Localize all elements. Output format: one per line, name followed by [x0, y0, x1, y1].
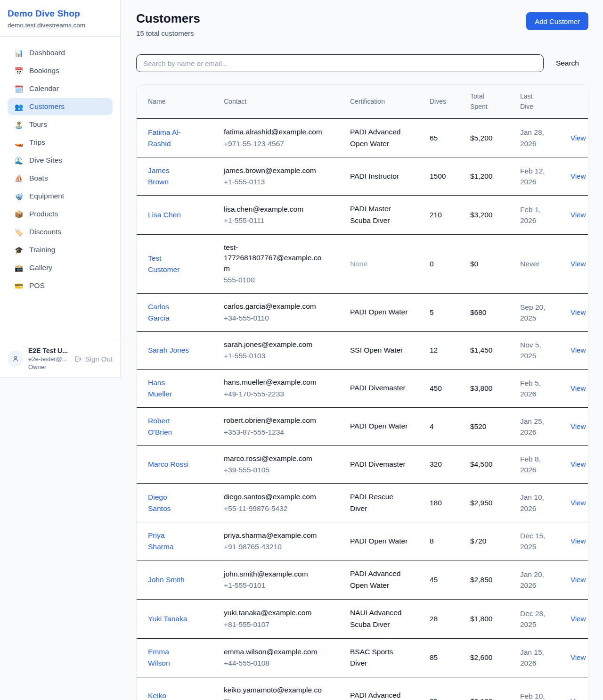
sidebar-item-bookings[interactable]: 📅 Bookings	[8, 62, 113, 79]
spiral-calendar-icon: 🗓️	[14, 85, 24, 92]
view-link[interactable]: View	[570, 260, 586, 268]
main-content: Customers 15 total customers Add Custome…	[121, 0, 603, 700]
bar-chart-icon: 📊	[14, 49, 24, 57]
customer-last-dive: Feb 10, 2026	[513, 677, 563, 700]
sign-out-button[interactable]: Sign Out	[74, 355, 113, 363]
customer-name-link[interactable]: Yuki Tanaka	[148, 613, 187, 625]
customer-name-link[interactable]: Keiko Yamamoto	[148, 690, 190, 700]
customer-last-dive: Jan 28, 2026	[513, 118, 563, 157]
view-link[interactable]: View	[570, 697, 586, 700]
view-link[interactable]: View	[570, 576, 586, 584]
customer-name-link[interactable]: Marco Rossi	[148, 459, 188, 470]
customer-total-spent: $1,800	[463, 600, 513, 639]
customer-certification: PADI Advanced Open Water	[350, 568, 410, 592]
user-email: e2e-tester@...	[28, 355, 69, 362]
customer-dives: 180	[422, 483, 463, 522]
sidebar-item-dashboard[interactable]: 📊 Dashboard	[8, 44, 113, 61]
customers-table-card: NameContactCertificationDivesTotal Spent…	[136, 84, 588, 700]
customer-email: keiko.yamamoto@example.com	[224, 685, 324, 700]
customer-email: emma.wilson@example.com	[224, 647, 324, 657]
user-role: Owner	[28, 363, 69, 371]
island-icon: 🏝️	[14, 121, 24, 128]
sidebar-item-dive-sites[interactable]: 🌊 Dive Sites	[8, 152, 113, 169]
customer-certification: PADI Rescue Diver	[350, 491, 410, 515]
view-link[interactable]: View	[570, 422, 586, 430]
customer-name-link[interactable]: Fatima Al-Rashid	[148, 127, 190, 149]
customer-certification: PADI Master Scuba Diver	[350, 203, 410, 227]
customer-name-link[interactable]: Diego Santos	[148, 492, 190, 514]
customer-last-dive: Jan 20, 2026	[513, 560, 563, 600]
customer-certification: SSI Open Water	[350, 345, 403, 356]
sidebar-item-products[interactable]: 📦 Products	[8, 206, 113, 222]
sidebar-item-boats[interactable]: ⛵ Boats	[8, 170, 113, 187]
view-link[interactable]: View	[570, 211, 586, 219]
customer-phone: +39-555-0105	[224, 465, 335, 475]
customer-last-dive: Feb 1, 2026	[513, 196, 563, 235]
customer-email: lisa.chen@example.com	[224, 204, 324, 214]
customer-certification: NAUI Advanced Scuba Diver	[350, 607, 410, 631]
customer-total-spent: $1,450	[463, 331, 513, 369]
view-link[interactable]: View	[570, 537, 586, 545]
view-link[interactable]: View	[570, 134, 586, 142]
sidebar-nav: 📊 Dashboard 📅 Bookings 🗓️ Calendar 👥 Cus…	[0, 37, 120, 340]
customer-name-link[interactable]: Emma Wilson	[148, 646, 190, 669]
customer-name-link[interactable]: Test Customer	[148, 253, 190, 275]
sidebar-item-tours[interactable]: 🏝️ Tours	[8, 116, 113, 133]
customers-table: NameContactCertificationDivesTotal Spent…	[137, 85, 588, 700]
graduation-cap-icon: 🎓	[14, 247, 24, 254]
customer-name-link[interactable]: Robert O'Brien	[148, 415, 190, 438]
customer-dives: 85	[422, 638, 463, 677]
page-header: Customers 15 total customers Add Custome…	[136, 11, 588, 37]
tag-icon: 🏷️	[14, 229, 24, 236]
view-link[interactable]: View	[570, 308, 586, 316]
column-header: Contact	[216, 85, 342, 118]
sign-out-icon	[74, 355, 82, 363]
customer-certification: PADI Open Water	[350, 535, 407, 547]
camera-icon: 📸	[14, 264, 24, 272]
customer-total-spent: $0	[463, 235, 513, 294]
search-input[interactable]	[136, 54, 544, 72]
add-customer-button[interactable]: Add Customer	[526, 12, 588, 30]
customer-name-link[interactable]: Hans Mueller	[148, 377, 190, 400]
search-button[interactable]: Search	[544, 59, 588, 67]
view-link[interactable]: View	[570, 653, 586, 661]
customer-last-dive: Dec 15, 2025	[513, 522, 563, 560]
customer-last-dive: Jan 15, 2026	[513, 638, 563, 677]
customer-total-spent: $680	[463, 293, 513, 331]
customer-certification: PADI Advanced Open Water	[350, 126, 410, 150]
customer-name-link[interactable]: John Smith	[148, 574, 185, 585]
sidebar-item-pos[interactable]: 💳 POS	[8, 277, 113, 294]
customer-name-link[interactable]: James Brown	[148, 165, 190, 188]
user-name: E2E Test U...	[28, 347, 69, 354]
customer-name-link[interactable]: Priya Sharma	[148, 530, 190, 552]
customer-email: james.brown@example.com	[224, 165, 324, 176]
sidebar-item-gallery[interactable]: 📸 Gallery	[8, 259, 113, 276]
customer-dives: 1500	[422, 157, 463, 196]
customer-dives: 210	[422, 196, 463, 235]
sidebar-item-customers[interactable]: 👥 Customers	[8, 98, 113, 115]
sidebar-item-trips[interactable]: 🚤 Trips	[8, 134, 113, 151]
customer-name-link[interactable]: Carlos Garcia	[148, 301, 190, 324]
customer-name-link[interactable]: Sarah Jones	[148, 345, 189, 356]
customer-certification: PADI Open Water	[350, 420, 407, 432]
view-link[interactable]: View	[570, 346, 586, 354]
sidebar-item-calendar[interactable]: 🗓️ Calendar	[8, 80, 113, 97]
customer-name-link[interactable]: Lisa Chen	[148, 209, 181, 221]
customer-phone: +971-55-123-4567	[224, 139, 335, 149]
sidebar-item-discounts[interactable]: 🏷️ Discounts	[8, 223, 113, 240]
customer-last-dive: Jan 10, 2026	[513, 483, 563, 522]
sailboat-icon: ⛵	[14, 175, 24, 182]
view-link[interactable]: View	[570, 499, 586, 507]
view-link[interactable]: View	[570, 172, 586, 180]
customer-phone: +34-555-0110	[224, 313, 335, 323]
customer-certification: BSAC Sports Diver	[350, 646, 410, 670]
sidebar-item-equipment[interactable]: 🤿 Equipment	[8, 188, 113, 205]
view-link[interactable]: View	[570, 460, 586, 468]
customer-dives: 450	[422, 369, 463, 407]
view-link[interactable]: View	[570, 384, 586, 392]
sidebar-item-training[interactable]: 🎓 Training	[8, 241, 113, 258]
customer-phone: +1-555-0113	[224, 177, 335, 187]
table-row: Marco Rossi marco.rossi@example.com +39-…	[137, 445, 588, 483]
customer-last-dive: Feb 5, 2026	[513, 369, 563, 407]
view-link[interactable]: View	[570, 615, 586, 623]
